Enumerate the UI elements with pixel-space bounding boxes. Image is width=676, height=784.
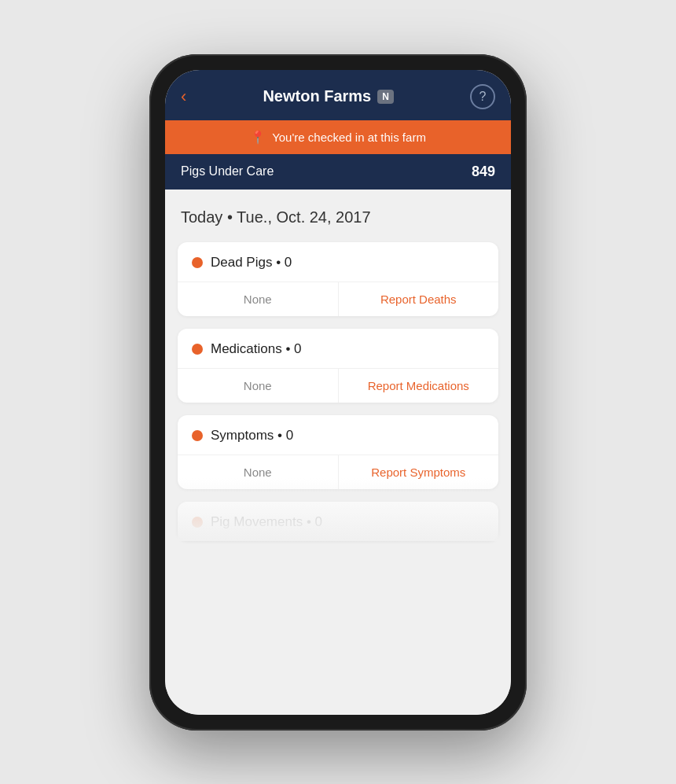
pig-movements-header: Pig Movements • 0 [178, 502, 498, 541]
farm-name: Newton Farms [263, 87, 371, 105]
medications-dot [192, 344, 203, 355]
checkin-text: You're checked in at this farm [272, 131, 426, 144]
symptoms-dot [192, 430, 203, 441]
pig-movements-area: Pig Movements • 0 [178, 502, 498, 541]
phone-device: ‹ Newton Farms N ? 📍 You're checked in a… [149, 54, 527, 731]
report-deaths-button[interactable]: Report Deaths [339, 282, 499, 316]
dead-pigs-none-button[interactable]: None [178, 282, 339, 316]
medications-header: Medications • 0 [178, 329, 498, 368]
help-icon: ? [479, 90, 487, 104]
date-label: Today • Tue., Oct. 24, 2017 [178, 208, 498, 226]
pig-movements-title: Pig Movements • 0 [211, 514, 322, 530]
dead-pigs-title: Dead Pigs • 0 [211, 255, 292, 271]
location-icon: 📍 [250, 130, 266, 145]
help-button[interactable]: ? [470, 84, 495, 109]
report-medications-button[interactable]: Report Medications [339, 369, 499, 403]
medications-actions: None Report Medications [178, 368, 498, 403]
pigs-label: Pigs Under Care [181, 164, 274, 179]
medications-card: Medications • 0 None Report Medications [178, 329, 498, 403]
symptoms-card: Symptoms • 0 None Report Symptoms [178, 415, 498, 489]
symptoms-actions: None Report Symptoms [178, 455, 498, 489]
symptoms-title: Symptoms • 0 [211, 428, 293, 444]
checkin-banner: 📍 You're checked in at this farm [165, 120, 511, 154]
dead-pigs-actions: None Report Deaths [178, 282, 498, 316]
dead-pigs-card: Dead Pigs • 0 None Report Deaths [178, 242, 498, 316]
dead-pigs-header: Dead Pigs • 0 [178, 242, 498, 282]
pigs-count: 849 [472, 164, 495, 180]
header-title-area: Newton Farms N [263, 87, 393, 105]
report-symptoms-button[interactable]: Report Symptoms [339, 455, 499, 489]
medications-none-button[interactable]: None [178, 369, 339, 403]
app-header: ‹ Newton Farms N ? [165, 70, 511, 120]
dead-pigs-dot [192, 257, 203, 268]
back-button[interactable]: ‹ [181, 86, 186, 107]
scroll-content: Today • Tue., Oct. 24, 2017 Dead Pigs • … [165, 190, 511, 715]
phone-screen: ‹ Newton Farms N ? 📍 You're checked in a… [165, 70, 511, 715]
symptoms-none-button[interactable]: None [178, 455, 339, 489]
pig-movements-card: Pig Movements • 0 [178, 502, 498, 541]
pigs-bar: Pigs Under Care 849 [165, 154, 511, 190]
symptoms-header: Symptoms • 0 [178, 415, 498, 455]
farm-badge: N [377, 90, 394, 104]
pig-movements-dot [192, 517, 203, 528]
medications-title: Medications • 0 [211, 341, 302, 357]
